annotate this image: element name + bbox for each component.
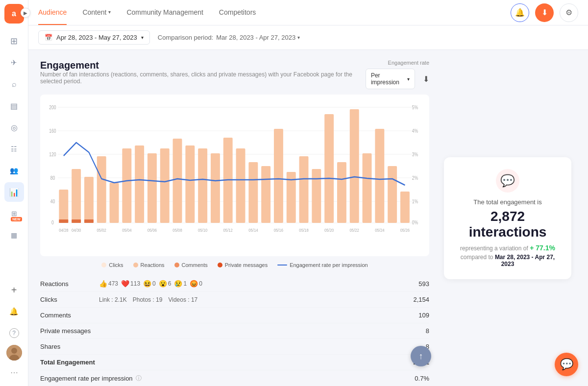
sidebar-icon-calendar[interactable]: ☷ [4,139,24,159]
sidebar: ▶ a ⊞ ✈ ⌕ ▤ ◎ ☷ 👥 📊 ⊞ NEW ▦ + 🔔 [0,0,28,386]
chart-download-button[interactable]: ⬇ [423,74,429,84]
sidebar-icon-help[interactable]: ? [4,323,24,343]
engagement-rate-legend-color [277,265,287,265]
svg-rect-50 [72,219,81,223]
svg-rect-46 [375,129,384,223]
angry-reaction: 😡 0 [190,280,202,288]
clicks-detail: Link : 2.1K Photos : 19 Videos : 17 [99,296,413,303]
sidebar-icon-inbox[interactable]: ▤ [4,96,24,116]
chat-support-button[interactable]: 💬 [555,353,578,376]
sidebar-icon-search[interactable]: ⌕ [4,74,24,94]
sidebar-more-options[interactable]: ⋯ [4,362,24,382]
date-range-picker[interactable]: 📅 Apr 28, 2023 - May 27, 2023 ▾ [38,30,150,45]
nav-right-actions: 🔔 ⬇ ⚙ [511,3,578,22]
sidebar-icon-bell[interactable]: 🔔 [4,302,24,321]
comparison-period: Mar 28, 2023 - Apr 27, 2023 [495,254,555,267]
search-icon: ⌕ [12,80,17,89]
plus-icon: + [11,285,17,296]
settings-button[interactable]: ⚙ [560,3,578,22]
engagement-rate-control: Engagement rate Per impression ▾ ⬇ [366,60,429,89]
main-content: Audience Content ▾ Community Management … [28,0,588,386]
heart-count: 113 [130,280,140,287]
reactions-value: 593 [418,280,429,288]
engagement-rate-select[interactable]: Per impression ▾ [366,69,415,89]
nav-item-community[interactable]: Community Management [126,0,203,25]
svg-text:2%: 2% [412,175,418,181]
chart-legend: Clicks Reactions Comments Private messag… [40,262,429,268]
svg-rect-25 [110,183,119,223]
nav-item-competitors[interactable]: Competitors [219,0,256,25]
svg-rect-40 [299,156,309,223]
settings-nav-icon: ⚙ [565,8,572,17]
svg-rect-43 [337,162,346,223]
clicks-label: Clicks [40,296,99,303]
page-content: Engagement Number of fan interactions (r… [28,50,588,386]
chat-icon: 💬 [560,358,573,371]
chevron-down-icon: ▾ [141,35,144,40]
svg-rect-42 [324,114,334,223]
chat-bubble-icon: 💬 [496,169,519,193]
clicks-value: 2,154 [413,296,429,303]
engagement-rate-value: 0.7% [415,375,429,382]
section-title-group: Engagement Number of fan interactions (r… [40,60,366,93]
comparison-period-picker[interactable]: Mar 28, 2023 - Apr 27, 2023 ▾ [216,34,300,41]
interactions-count: 2,872 interactions [456,209,560,240]
analytics-icon: 📊 [9,188,19,197]
expand-sidebar-button[interactable]: ▶ [21,8,30,18]
comments-legend-color [174,263,179,267]
chevron-up-icon: ↑ [419,351,423,362]
svg-rect-28 [147,153,157,223]
speech-bubble-icon: 💬 [500,174,515,188]
clicks-legend-color [101,263,106,267]
legend-comments: Comments [174,262,208,268]
svg-rect-33 [211,153,220,223]
sidebar-icon-home[interactable]: ⊞ [4,31,24,51]
sidebar-icon-globe[interactable]: ◎ [4,118,24,137]
download-nav-icon: ⬇ [541,8,548,17]
svg-text:05/12: 05/12 [223,227,233,233]
svg-rect-51 [84,219,94,223]
stats-row-engagement-rate: Engagement rate per impression ⓘ 0.7% [40,370,429,386]
svg-text:05/18: 05/18 [299,227,309,233]
sidebar-icon-media[interactable]: ▦ [4,225,24,245]
total-engagement-label: Total Engagement [40,359,99,366]
home-icon: ⊞ [10,36,18,47]
svg-text:05/02: 05/02 [97,227,107,233]
svg-text:05/10: 05/10 [198,227,208,233]
sidebar-icon-new[interactable]: ⊞ NEW [4,204,24,223]
laugh-count: 0 [152,280,156,287]
sidebar-icon-analytics[interactable]: 📊 [4,182,24,202]
user-avatar[interactable] [6,345,22,361]
info-icon[interactable]: ⓘ [136,374,142,383]
svg-rect-47 [388,166,397,223]
svg-text:40: 40 [50,199,55,204]
wow-icon: 😮 [159,280,167,288]
clicks-legend-label: Clicks [109,262,123,268]
chevron-down-icon: ▾ [297,35,300,40]
notification-button[interactable]: 🔔 [511,3,529,22]
svg-rect-38 [274,129,283,223]
svg-rect-27 [135,145,144,223]
scroll-to-top-button[interactable]: ↑ [411,346,431,366]
like-icon: 👍 [99,280,107,288]
sidebar-icon-team[interactable]: 👥 [4,161,24,180]
engagement-rate-label: Engagement rate per impression ⓘ [40,374,142,383]
sidebar-icon-send[interactable]: ✈ [4,53,24,72]
engagement-rate-label: Engagement rate [388,60,429,66]
date-filter-bar: 📅 Apr 28, 2023 - May 27, 2023 ▾ Comparis… [28,25,588,50]
chevron-down-icon: ▾ [407,76,410,82]
nav-item-audience[interactable]: Audience [38,0,67,25]
clicks-videos-detail: Videos : 17 [168,296,197,303]
svg-rect-24 [97,156,106,223]
nav-item-content[interactable]: Content ▾ [82,0,111,25]
private-messages-legend-color [218,263,222,267]
wow-reaction: 😮 6 [159,280,172,288]
svg-text:05/08: 05/08 [172,227,182,233]
download-button[interactable]: ⬇ [535,3,554,22]
svg-rect-26 [122,148,131,223]
reactions-legend-color [133,263,138,267]
bell-nav-icon: 🔔 [515,8,525,17]
svg-text:5%: 5% [412,105,418,110]
sidebar-icon-add[interactable]: + [4,280,24,300]
svg-text:05/14: 05/14 [248,227,258,233]
